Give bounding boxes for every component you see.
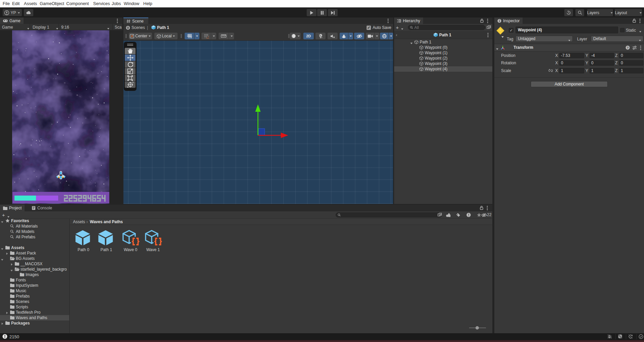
svg-text:Y: Y [190,36,192,38]
svg-text:?: ? [627,46,629,49]
